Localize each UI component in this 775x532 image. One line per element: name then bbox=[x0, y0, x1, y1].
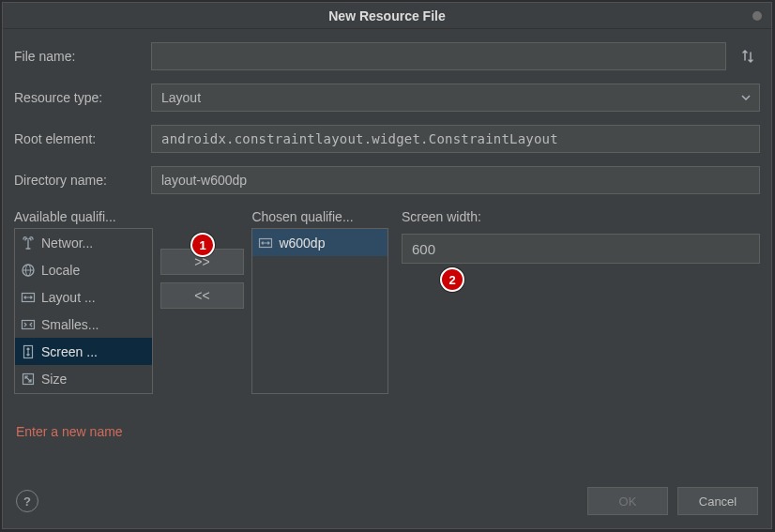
callout-1: 1 bbox=[190, 233, 215, 257]
remove-qualifier-button[interactable]: << bbox=[160, 282, 245, 309]
list-item[interactable]: Networ... bbox=[15, 229, 152, 256]
row-directory-name: Directory name: bbox=[14, 166, 760, 194]
root-element-input[interactable] bbox=[151, 125, 760, 153]
arrows-v-icon bbox=[21, 344, 36, 359]
ok-button[interactable]: OK bbox=[587, 487, 668, 515]
list-item[interactable]: Locale bbox=[15, 256, 152, 283]
chosen-title: Chosen qualifie... bbox=[251, 209, 388, 224]
list-item[interactable]: Size bbox=[15, 365, 152, 392]
screen-width-label: Screen width: bbox=[402, 209, 760, 224]
row-root-element: Root element: bbox=[14, 125, 760, 153]
list-item-label: Screen ... bbox=[41, 344, 98, 359]
screen-width-column: Screen width: bbox=[396, 209, 760, 394]
directory-name-label: Directory name: bbox=[14, 173, 142, 188]
list-item[interactable]: w600dp bbox=[252, 229, 388, 256]
arrows-h-icon bbox=[258, 236, 273, 251]
error-message: Enter a new name bbox=[14, 424, 760, 439]
list-item-label: Size bbox=[41, 372, 67, 387]
list-item[interactable]: Layout ... bbox=[15, 283, 152, 311]
antenna-icon bbox=[21, 236, 36, 251]
list-item-label: Locale bbox=[41, 263, 80, 278]
available-column: Available qualifi... Networ...LocaleLayo… bbox=[14, 209, 153, 394]
dialog-footer: ? OK Cancel bbox=[3, 478, 771, 528]
list-item-label: Smalles... bbox=[41, 317, 99, 332]
root-element-label: Root element: bbox=[14, 131, 142, 146]
resource-type-label: Resource type: bbox=[14, 90, 142, 105]
callout-2: 2 bbox=[440, 267, 464, 292]
screen-width-input[interactable] bbox=[402, 234, 760, 264]
arrows-h-icon bbox=[21, 290, 36, 305]
list-item[interactable]: Smalles... bbox=[15, 311, 152, 338]
compress-icon bbox=[21, 317, 36, 332]
list-item-label: Layout ... bbox=[41, 290, 96, 305]
globe-icon bbox=[21, 263, 36, 278]
new-resource-dialog: New Resource File File name: Resource ty… bbox=[2, 2, 772, 529]
close-icon[interactable] bbox=[752, 11, 762, 21]
expand-icon bbox=[21, 372, 36, 387]
sort-icon bbox=[741, 49, 754, 64]
file-name-input[interactable] bbox=[151, 42, 726, 70]
resource-type-select[interactable]: Layout bbox=[151, 84, 760, 112]
titlebar: New Resource File bbox=[3, 3, 771, 29]
row-file-name: File name: bbox=[14, 42, 760, 70]
chosen-list[interactable]: w600dp bbox=[251, 228, 388, 394]
file-name-label: File name: bbox=[14, 49, 142, 64]
available-list[interactable]: Networ...LocaleLayout ...Smalles...Scree… bbox=[14, 228, 153, 394]
resource-type-value: Layout bbox=[151, 84, 760, 112]
directory-name-input[interactable] bbox=[151, 166, 760, 194]
row-resource-type: Resource type: Layout bbox=[14, 84, 760, 112]
help-button[interactable]: ? bbox=[16, 490, 38, 512]
list-item-label: w600dp bbox=[279, 236, 325, 251]
chosen-column: Chosen qualifie... w600dp bbox=[251, 209, 388, 394]
sort-button[interactable] bbox=[736, 42, 760, 70]
svg-rect-4 bbox=[23, 320, 35, 328]
list-item[interactable]: Screen ... bbox=[15, 338, 152, 365]
cancel-button[interactable]: Cancel bbox=[677, 487, 758, 515]
list-item-label: Networ... bbox=[41, 236, 93, 251]
dialog-content: File name: Resource type: Layout Root el… bbox=[3, 29, 771, 478]
qualifiers-area: Available qualifi... Networ...LocaleLayo… bbox=[14, 209, 760, 394]
available-title: Available qualifi... bbox=[14, 209, 153, 224]
dialog-title: New Resource File bbox=[328, 8, 446, 23]
